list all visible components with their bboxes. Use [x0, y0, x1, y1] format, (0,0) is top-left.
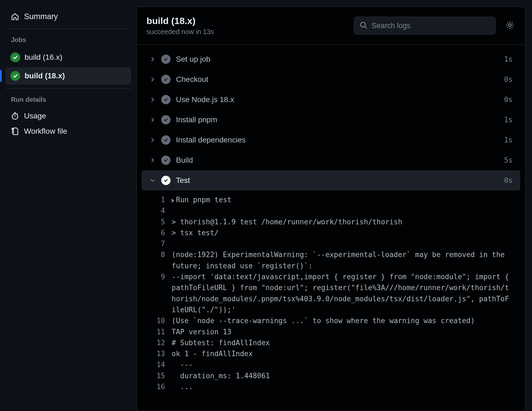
svg-point-1 — [12, 128, 13, 129]
log-line-number: 16 — [150, 381, 172, 392]
log-line-number: 12 — [150, 337, 172, 348]
check-circle-icon — [161, 95, 171, 104]
step-name: Test — [176, 176, 499, 185]
log-line-number: 11 — [150, 326, 172, 337]
log-line-text: ok 1 - findAllIndex — [172, 348, 512, 359]
search-input[interactable] — [372, 22, 490, 30]
sidebar: Summary Jobs build (16.x) build (18.x) R… — [0, 0, 136, 411]
home-icon — [11, 13, 19, 21]
step-row[interactable]: Checkout0s — [142, 69, 520, 90]
sidebar-item-summary[interactable]: Summary — [5, 8, 131, 25]
log-line: 14 --- — [150, 359, 512, 370]
log-line-text: (Use `node --trace-warnings ...` to show… — [172, 315, 512, 326]
workflow-file-label: Workflow file — [24, 127, 67, 136]
svg-point-3 — [509, 24, 511, 26]
log-line: 9--import 'data:text/javascript,import {… — [150, 271, 512, 315]
log-line: 15 duration_ms: 1.448061 — [150, 370, 512, 381]
step-row[interactable]: Set up job1s — [142, 49, 520, 69]
settings-button[interactable] — [504, 20, 515, 31]
log-line-number: 9 — [150, 271, 172, 282]
check-circle-icon — [10, 52, 20, 62]
log-line: 1Run pnpm test — [150, 194, 512, 205]
log-line-number: 14 — [150, 359, 172, 370]
chevron-right-icon — [149, 157, 156, 163]
workflow-file-icon — [11, 127, 19, 135]
step-row[interactable]: Install dependencies1s — [142, 130, 520, 150]
log-line: 5> thorish@1.1.9 test /home/runner/work/… — [150, 216, 512, 227]
svg-point-2 — [361, 22, 366, 27]
step-name: Install dependencies — [176, 136, 499, 144]
search-logs-wrap[interactable] — [354, 17, 496, 35]
job-label: build (16.x) — [25, 53, 62, 62]
log-line-number: 5 — [150, 216, 172, 227]
log-line: 6> tsx test/ — [150, 227, 512, 238]
job-header: build (18.x) succeeded now in 13s — [137, 7, 525, 45]
log-line-text: > tsx test/ — [172, 227, 512, 238]
step-row[interactable]: Install pnpm1s — [142, 110, 520, 130]
log-line: 12# Subtest: findAllIndex — [150, 337, 512, 348]
caret-right-icon — [172, 198, 174, 203]
step-duration: 0s — [504, 96, 513, 104]
step-row[interactable]: Test0s — [142, 170, 520, 190]
chevron-right-icon — [149, 96, 156, 103]
log-line-text: # Subtest: findAllIndex — [172, 337, 512, 348]
check-circle-icon — [161, 156, 171, 165]
check-circle-icon — [161, 75, 171, 84]
log-line-number: 15 — [150, 370, 172, 381]
log-line: 4 — [150, 205, 512, 216]
job-panel: build (18.x) succeeded now in 13s — [136, 7, 525, 411]
check-circle-icon — [161, 115, 171, 124]
stopwatch-icon — [11, 112, 19, 120]
chevron-right-icon — [149, 56, 156, 62]
log-line: 7 — [150, 238, 512, 249]
log-line-text: > thorish@1.1.9 test /home/runner/work/t… — [172, 216, 512, 227]
log-line-text: duration_ms: 1.448061 — [172, 370, 512, 381]
step-duration: 1s — [504, 136, 513, 144]
check-circle-icon — [10, 71, 20, 81]
log-line-text: TAP version 13 — [172, 326, 512, 337]
job-label: build (18.x) — [25, 72, 65, 80]
step-name: Set up job — [176, 55, 499, 64]
step-name: Build — [176, 156, 499, 165]
step-name: Checkout — [176, 75, 499, 84]
sidebar-item-usage[interactable]: Usage — [5, 108, 131, 124]
log-line: 11TAP version 13 — [150, 326, 512, 337]
step-row[interactable]: Build5s — [142, 150, 520, 170]
chevron-right-icon — [149, 137, 156, 143]
check-circle-icon — [161, 176, 171, 185]
log-line-text: (node:1922) ExperimentalWarning: `--expe… — [172, 249, 512, 271]
log-line-text: --- — [172, 359, 512, 370]
job-title: build (18.x) — [147, 16, 348, 26]
steps-list: Set up job1sCheckout0sUse Node.js 18.x0s… — [137, 45, 525, 411]
log-line-number: 4 — [150, 205, 172, 216]
log-line: 10(Use `node --trace-warnings ...` to sh… — [150, 315, 512, 326]
step-row[interactable]: Use Node.js 18.x0s — [142, 90, 520, 110]
log-line-number: 1 — [150, 194, 172, 205]
log-line: 16 ... — [150, 381, 512, 392]
log-line-text: Run pnpm test — [172, 194, 512, 205]
step-name: Install pnpm — [176, 115, 499, 124]
usage-label: Usage — [24, 112, 46, 120]
summary-label: Summary — [24, 12, 58, 21]
chevron-right-icon — [149, 76, 156, 83]
jobs-section-label: Jobs — [5, 36, 131, 49]
log-line-number: 13 — [150, 348, 172, 359]
divider — [5, 88, 131, 89]
log-line-number: 7 — [150, 238, 172, 249]
run-details-section-label: Run details — [5, 96, 131, 108]
gear-icon — [505, 20, 515, 31]
divider — [5, 29, 131, 29]
main-panel: build (18.x) succeeded now in 13s — [136, 0, 532, 411]
log-output: 1Run pnpm test45> thorish@1.1.9 test /ho… — [142, 190, 520, 400]
check-circle-icon — [161, 55, 171, 64]
chevron-down-icon — [149, 177, 156, 184]
log-line-number: 10 — [150, 315, 172, 326]
step-duration: 1s — [504, 116, 513, 124]
log-line-text: ... — [172, 381, 512, 392]
step-duration: 1s — [504, 55, 513, 63]
sidebar-job-build-18x[interactable]: build (18.x) — [5, 67, 131, 85]
check-circle-icon — [161, 135, 171, 145]
sidebar-job-build-16x[interactable]: build (16.x) — [5, 49, 131, 66]
job-subtitle: succeeded now in 13s — [147, 28, 348, 36]
sidebar-item-workflow-file[interactable]: Workflow file — [5, 124, 131, 139]
